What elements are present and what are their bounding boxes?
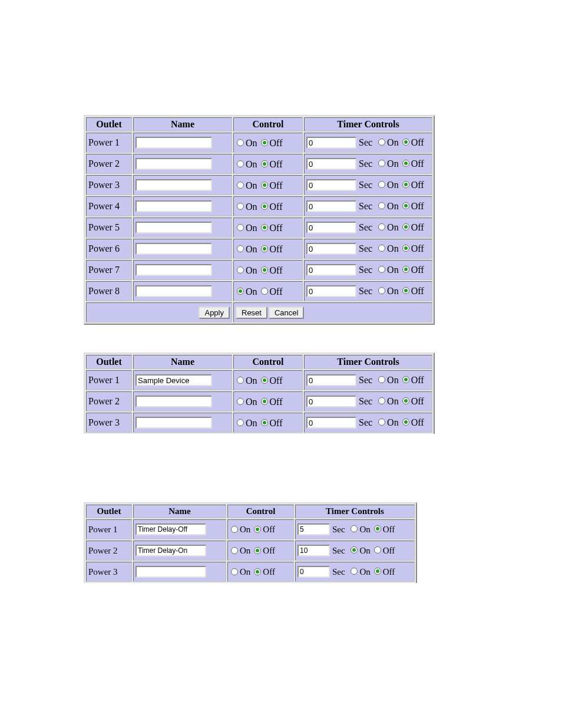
control-off-radio[interactable] (261, 288, 268, 295)
control-off-radio[interactable] (261, 398, 268, 405)
name-input[interactable] (135, 545, 206, 556)
timer-on-radio[interactable] (378, 245, 385, 252)
timer-input[interactable] (306, 243, 356, 255)
control-on-radio[interactable] (231, 547, 238, 554)
name-input[interactable] (135, 523, 206, 535)
timer-off-label: Off (411, 243, 424, 253)
control-on-radio[interactable] (237, 288, 244, 295)
name-input[interactable] (135, 222, 212, 233)
name-input[interactable] (135, 200, 212, 212)
timer-input[interactable] (297, 523, 330, 535)
control-on-label: On (246, 138, 257, 148)
timer-off-radio[interactable] (402, 160, 409, 167)
timer-on-radio[interactable] (378, 139, 385, 146)
control-off-radio[interactable] (261, 203, 268, 210)
name-input[interactable] (135, 417, 212, 429)
timer-off-radio[interactable] (374, 546, 381, 554)
control-off-radio[interactable] (261, 224, 268, 231)
timer-off-radio[interactable] (402, 223, 409, 230)
control-on-radio[interactable] (237, 398, 244, 405)
outlet-cell: Power 4 (86, 196, 132, 216)
timer-input[interactable] (306, 417, 356, 429)
control-off-radio[interactable] (261, 377, 268, 384)
timer-input[interactable] (306, 285, 356, 297)
timer-input[interactable] (306, 396, 356, 407)
control-on-radio[interactable] (237, 160, 244, 167)
timer-input[interactable] (306, 158, 356, 170)
name-input[interactable] (135, 243, 212, 255)
control-off-radio[interactable] (254, 547, 261, 554)
timer-off-radio[interactable] (402, 287, 409, 294)
name-input[interactable] (135, 264, 212, 276)
reset-button[interactable]: Reset (236, 307, 267, 319)
timer-off-radio[interactable] (402, 139, 409, 146)
name-input[interactable] (135, 137, 212, 149)
name-input[interactable] (135, 374, 212, 386)
control-on-radio[interactable] (231, 526, 238, 533)
timer-on-radio[interactable] (378, 223, 385, 230)
timer-off-label: Off (411, 286, 424, 296)
timer-off-radio[interactable] (402, 245, 409, 252)
timer-off-radio[interactable] (402, 397, 409, 404)
timer-input[interactable] (297, 566, 330, 578)
control-on-radio[interactable] (231, 568, 238, 575)
timer-off-radio[interactable] (402, 202, 409, 209)
timer-on-radio[interactable] (378, 287, 385, 294)
name-cell (133, 133, 232, 153)
cancel-button[interactable]: Cancel (269, 307, 304, 319)
table-row: Power 4OnOffSec OnOff (86, 196, 432, 216)
timer-input[interactable] (306, 222, 356, 233)
timer-on-radio[interactable] (378, 202, 385, 209)
timer-on-radio[interactable] (351, 525, 358, 532)
timer-input[interactable] (306, 179, 356, 191)
control-on-label: On (246, 265, 257, 275)
control-off-radio[interactable] (254, 526, 261, 533)
control-off-radio[interactable] (261, 245, 268, 252)
control-on-radio[interactable] (237, 245, 244, 252)
timer-on-radio[interactable] (378, 266, 385, 273)
control-on-radio[interactable] (237, 139, 244, 146)
timer-on-radio[interactable] (378, 376, 385, 383)
table-row: Power 2OnOffSec OnOff (86, 154, 432, 174)
header-name: Name (133, 117, 232, 131)
timer-off-radio[interactable] (402, 376, 409, 383)
control-on-radio[interactable] (237, 266, 244, 274)
table-row: Power 8OnOffSec OnOff (86, 281, 432, 301)
timer-input[interactable] (306, 200, 356, 212)
sec-label: Sec (359, 222, 372, 232)
control-off-radio[interactable] (261, 182, 268, 189)
control-on-radio[interactable] (237, 419, 244, 426)
timer-on-radio[interactable] (378, 181, 385, 188)
name-input[interactable] (135, 158, 212, 170)
name-input[interactable] (135, 285, 212, 297)
control-on-radio[interactable] (237, 224, 244, 231)
control-off-radio[interactable] (261, 419, 268, 426)
control-off-radio[interactable] (254, 568, 261, 575)
timer-off-radio[interactable] (402, 419, 409, 426)
control-on-radio[interactable] (237, 203, 244, 210)
control-on-label: On (246, 180, 257, 190)
name-input[interactable] (135, 396, 212, 407)
timer-off-radio[interactable] (402, 266, 409, 273)
control-off-radio[interactable] (261, 139, 268, 146)
timer-input[interactable] (306, 264, 356, 276)
name-input[interactable] (135, 566, 206, 578)
timer-input[interactable] (306, 374, 356, 386)
timer-on-radio[interactable] (351, 546, 358, 554)
timer-on-radio[interactable] (378, 160, 385, 167)
control-on-radio[interactable] (237, 182, 244, 189)
control-on-radio[interactable] (237, 377, 244, 384)
timer-off-radio[interactable] (402, 181, 409, 188)
timer-off-radio[interactable] (374, 568, 381, 575)
timer-on-radio[interactable] (378, 397, 385, 404)
sec-label: Sec (359, 375, 372, 385)
apply-button[interactable]: Apply (199, 307, 230, 319)
timer-input[interactable] (297, 545, 330, 556)
timer-on-radio[interactable] (351, 568, 358, 575)
control-off-radio[interactable] (261, 160, 268, 167)
control-off-radio[interactable] (261, 266, 268, 274)
timer-on-radio[interactable] (378, 419, 385, 426)
name-input[interactable] (135, 179, 212, 191)
timer-input[interactable] (306, 137, 356, 149)
timer-off-radio[interactable] (374, 525, 381, 532)
